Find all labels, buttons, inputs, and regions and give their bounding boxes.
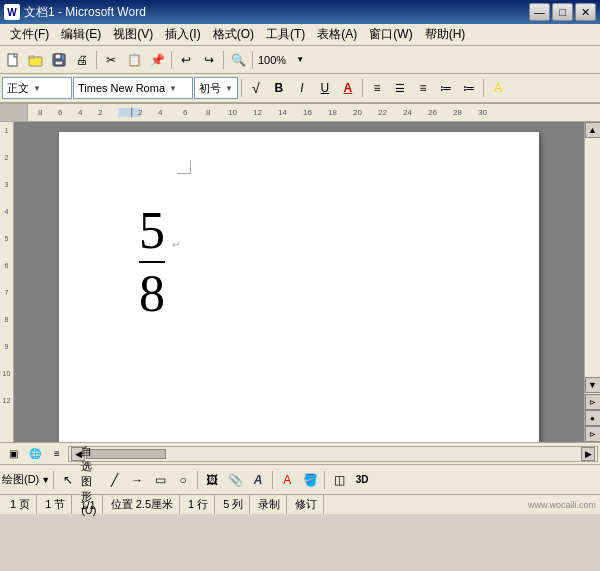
open-button[interactable] (25, 49, 47, 71)
view-outline-button[interactable]: ≡ (46, 443, 68, 465)
italic-button[interactable]: I (291, 77, 313, 99)
menu-help[interactable]: 帮助(H) (419, 24, 472, 45)
line-button[interactable]: ╱ (103, 469, 125, 491)
svg-rect-5 (55, 61, 63, 65)
view-web-button[interactable]: 🌐 (24, 443, 46, 465)
sqrt-button[interactable]: √ (245, 77, 267, 99)
align-right-button[interactable]: ≡ (412, 77, 434, 99)
new-button[interactable] (2, 49, 24, 71)
titlebar: W 文档1 - Microsoft Word — □ ✕ (0, 0, 600, 24)
menu-tools[interactable]: 工具(T) (260, 24, 311, 45)
save-button[interactable] (48, 49, 70, 71)
cut-button[interactable]: ✂ (100, 49, 122, 71)
format-toolbar: 正文 ▼ Times New Roma ▼ 初号 ▼ √ B I U A ≡ ☰… (0, 74, 600, 102)
wordart-button[interactable]: A (247, 469, 269, 491)
find-button[interactable]: 🔍 (227, 49, 249, 71)
number-list-button[interactable]: ≔ (458, 77, 480, 99)
cursor-button[interactable]: ↖ (57, 469, 79, 491)
separator3 (223, 51, 224, 69)
status-page: 1 页 (4, 495, 37, 514)
3d-button[interactable]: 3D (351, 469, 373, 491)
fraction-line (139, 261, 165, 263)
menu-view[interactable]: 视图(V) (107, 24, 159, 45)
menu-edit[interactable]: 编辑(E) (55, 24, 107, 45)
scroll-page-prev[interactable]: ⊳ (585, 394, 601, 410)
ruler-horizontal: 8 6 4 2 ▕ 2 4 6 8 10 12 14 16 18 20 22 2… (0, 104, 600, 122)
status-section: 1 节 (39, 495, 72, 514)
menu-format[interactable]: 格式(O) (207, 24, 260, 45)
draw-sep3 (272, 471, 273, 489)
menu-insert[interactable]: 插入(I) (159, 24, 206, 45)
maximize-button[interactable]: □ (552, 3, 573, 21)
hscroll-track[interactable] (86, 449, 580, 459)
arrow-button[interactable]: → (126, 469, 148, 491)
titlebar-title: 文档1 - Microsoft Word (24, 4, 146, 21)
style-dropdown[interactable]: 正文 ▼ (2, 77, 72, 99)
draw-dropdown-arrow[interactable]: ▼ (41, 475, 50, 485)
scroll-select[interactable]: ● (585, 410, 601, 426)
paste-button[interactable]: 📌 (146, 49, 168, 71)
hscroll-right[interactable]: ▶ (581, 447, 595, 461)
fmt-sep2 (362, 79, 363, 97)
menubar: 文件(F) 编辑(E) 视图(V) 插入(I) 格式(O) 工具(T) 表格(A… (0, 24, 600, 46)
status-modify: 修订 (289, 495, 324, 514)
highlight-button[interactable]: A (487, 77, 509, 99)
ellipse-button[interactable]: ○ (172, 469, 194, 491)
draw-label[interactable]: 绘图(D) (2, 472, 39, 487)
menu-window[interactable]: 窗口(W) (363, 24, 418, 45)
scroll-track[interactable] (586, 138, 600, 377)
scroll-page-next[interactable]: ⊳ (585, 426, 601, 442)
fill-color-button[interactable]: 🪣 (299, 469, 321, 491)
document-page: 5 8 ↵ www.wocaili.com (59, 132, 539, 442)
word-icon: W (4, 4, 20, 20)
close-button[interactable]: ✕ (575, 3, 596, 21)
fraction-numerator: 5 (139, 202, 165, 259)
status-page-of: 1/1 (74, 495, 102, 514)
copy-button[interactable]: 📋 (123, 49, 145, 71)
status-col: 5 列 (217, 495, 250, 514)
size-dropdown[interactable]: 初号 ▼ (194, 77, 238, 99)
align-center-button[interactable]: ☰ (389, 77, 411, 99)
titlebar-left: W 文档1 - Microsoft Word (4, 4, 146, 21)
separator1 (96, 51, 97, 69)
draw-color-button[interactable]: A (276, 469, 298, 491)
rect-button[interactable]: ▭ (149, 469, 171, 491)
redo-button[interactable]: ↪ (198, 49, 220, 71)
ruler-body: 8 6 4 2 ▕ 2 4 6 8 10 12 14 16 18 20 22 2… (28, 104, 584, 122)
font-dropdown-arrow: ▼ (169, 84, 177, 93)
scrollbar-horizontal[interactable]: ◀ ▶ (68, 446, 598, 462)
status-rec: 录制 (252, 495, 287, 514)
zoom-dropdown[interactable]: ▼ (289, 49, 311, 71)
font-color-button[interactable]: A (337, 77, 359, 99)
underline-button[interactable]: U (314, 77, 336, 99)
minimize-button[interactable]: — (529, 3, 550, 21)
svg-rect-4 (55, 54, 61, 59)
shadow-button[interactable]: ◫ (328, 469, 350, 491)
undo-button[interactable]: ↩ (175, 49, 197, 71)
view-normal-button[interactable]: ▣ (2, 443, 24, 465)
menu-file[interactable]: 文件(F) (4, 24, 55, 45)
document-area[interactable]: 5 8 ↵ www.wocaili.com (14, 122, 584, 442)
bold-button[interactable]: B (268, 77, 290, 99)
bullet-list-button[interactable]: ≔ (435, 77, 457, 99)
align-left-button[interactable]: ≡ (366, 77, 388, 99)
separator4 (252, 51, 253, 69)
scroll-up-button[interactable]: ▲ (585, 122, 601, 138)
font-dropdown[interactable]: Times New Roma ▼ (73, 77, 193, 99)
print-button[interactable]: 🖨 (71, 49, 93, 71)
draw-toolbar: 绘图(D) ▼ ↖ 自选图形(U) ╱ → ▭ ○ 🖼 📎 A A 🪣 ◫ 3D (0, 464, 600, 494)
draw-sep2 (197, 471, 198, 489)
titlebar-controls: — □ ✕ (529, 3, 596, 21)
scrollbar-vertical: ▲ ▼ ⊳ ● ⊳ (584, 122, 600, 442)
fraction-display: 5 8 (139, 202, 165, 322)
insert-image-button[interactable]: 🖼 (201, 469, 223, 491)
menu-table[interactable]: 表格(A) (311, 24, 363, 45)
scroll-down-button[interactable]: ▼ (585, 377, 601, 393)
draw-sep4 (324, 471, 325, 489)
autoshape-button[interactable]: 自选图形(U) (80, 469, 102, 491)
statusbar: 1 页 1 节 1/1 位置 2.5厘米 1 行 5 列 录制 修订 www.w… (0, 494, 600, 514)
separator2 (171, 51, 172, 69)
zoom-label: 100% (258, 54, 286, 66)
insert-clip-button[interactable]: 📎 (224, 469, 246, 491)
draw-sep1 (53, 471, 54, 489)
